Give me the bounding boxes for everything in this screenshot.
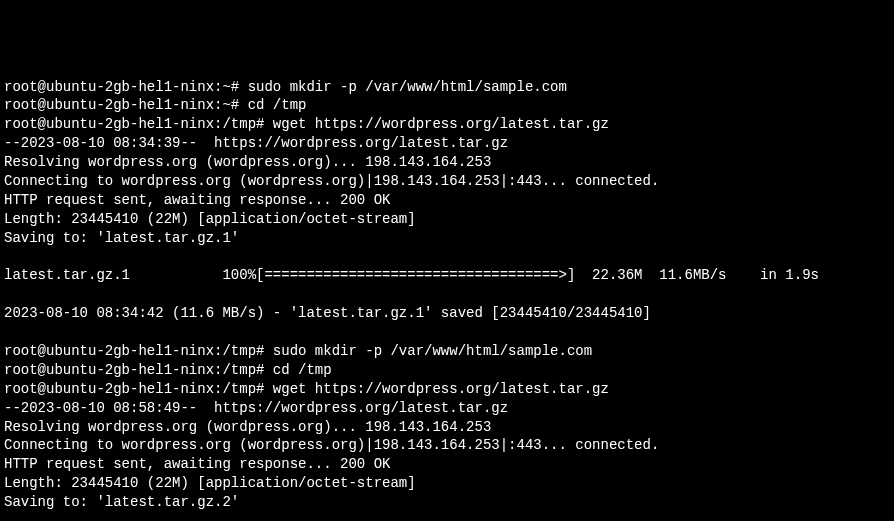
terminal-line: root@ubuntu-2gb-hel1-ninx:/tmp# cd /tmp <box>4 361 890 380</box>
terminal-line: HTTP request sent, awaiting response... … <box>4 455 890 474</box>
terminal-line: 2023-08-10 08:34:42 (11.6 MB/s) - 'lates… <box>4 304 890 323</box>
terminal-line: root@ubuntu-2gb-hel1-ninx:/tmp# sudo mkd… <box>4 342 890 361</box>
terminal-line <box>4 285 890 304</box>
terminal-line <box>4 512 890 521</box>
terminal-line: Saving to: 'latest.tar.gz.1' <box>4 229 890 248</box>
terminal-line: Length: 23445410 (22M) [application/octe… <box>4 474 890 493</box>
terminal-line: Connecting to wordpress.org (wordpress.o… <box>4 172 890 191</box>
terminal-line: Connecting to wordpress.org (wordpress.o… <box>4 436 890 455</box>
terminal-line: root@ubuntu-2gb-hel1-ninx:/tmp# wget htt… <box>4 115 890 134</box>
terminal-line: --2023-08-10 08:34:39-- https://wordpres… <box>4 134 890 153</box>
terminal-line: Resolving wordpress.org (wordpress.org).… <box>4 153 890 172</box>
terminal-line: HTTP request sent, awaiting response... … <box>4 191 890 210</box>
terminal-line: Resolving wordpress.org (wordpress.org).… <box>4 418 890 437</box>
terminal-line: --2023-08-10 08:58:49-- https://wordpres… <box>4 399 890 418</box>
terminal-line: latest.tar.gz.1 100%[===================… <box>4 266 890 285</box>
terminal-line: Length: 23445410 (22M) [application/octe… <box>4 210 890 229</box>
terminal-line <box>4 323 890 342</box>
terminal-line <box>4 248 890 267</box>
terminal-output[interactable]: root@ubuntu-2gb-hel1-ninx:~# sudo mkdir … <box>4 78 890 521</box>
terminal-line: Saving to: 'latest.tar.gz.2' <box>4 493 890 512</box>
terminal-line: root@ubuntu-2gb-hel1-ninx:~# cd /tmp <box>4 96 890 115</box>
terminal-line: root@ubuntu-2gb-hel1-ninx:~# sudo mkdir … <box>4 78 890 97</box>
terminal-line: root@ubuntu-2gb-hel1-ninx:/tmp# wget htt… <box>4 380 890 399</box>
